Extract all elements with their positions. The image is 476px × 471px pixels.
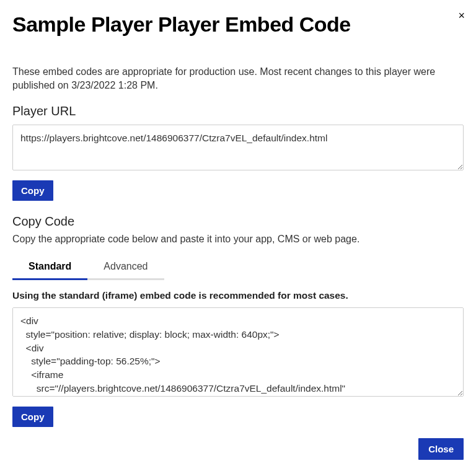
embed-code-textarea[interactable] bbox=[12, 307, 464, 397]
close-icon[interactable]: × bbox=[456, 9, 467, 22]
tab-standard[interactable]: Standard bbox=[12, 255, 87, 280]
standard-info-text: Using the standard (iframe) embed code i… bbox=[12, 290, 464, 301]
copy-code-heading: Copy Code bbox=[12, 214, 464, 229]
intro-text: These embed codes are appropriate for pr… bbox=[12, 65, 464, 93]
dialog-title: Sample Player Player Embed Code bbox=[12, 12, 464, 37]
copy-code-section: Copy Code Copy the appropriate code belo… bbox=[12, 214, 464, 427]
dialog-header: Sample Player Player Embed Code × bbox=[0, 0, 476, 51]
copy-code-subtext: Copy the appropriate code below and past… bbox=[12, 232, 464, 246]
tab-advanced[interactable]: Advanced bbox=[87, 255, 164, 280]
code-tabs: Standard Advanced bbox=[12, 255, 464, 280]
copy-code-button[interactable]: Copy bbox=[12, 407, 53, 427]
dialog-body: These embed codes are appropriate for pr… bbox=[0, 51, 476, 427]
dialog-footer: Close bbox=[418, 438, 464, 460]
player-url-textarea[interactable] bbox=[12, 125, 464, 170]
copy-url-button[interactable]: Copy bbox=[12, 180, 53, 201]
close-button[interactable]: Close bbox=[418, 438, 464, 460]
player-url-heading: Player URL bbox=[12, 104, 464, 118]
